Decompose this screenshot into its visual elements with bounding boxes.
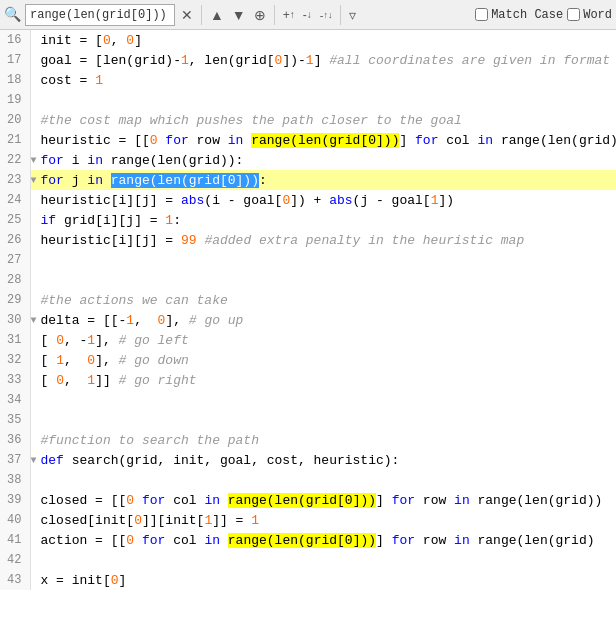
line-content: #the actions we can take: [37, 290, 616, 310]
table-row: 22▼for i in range(len(grid)):: [0, 150, 616, 170]
line-content: x = init[0]: [37, 570, 616, 590]
line-content: def search(grid, init, goal, cost, heuri…: [37, 450, 616, 470]
line-number: 35: [0, 410, 30, 430]
line-content: [37, 90, 616, 110]
table-row: 31[ 0, -1], # go left: [0, 330, 616, 350]
line-content: cost = 1: [37, 70, 616, 90]
line-content: heuristic = [[0 for row in range(len(gri…: [37, 130, 616, 150]
line-content: [37, 550, 616, 570]
line-content: action = [[0 for col in range(len(grid[0…: [37, 530, 616, 550]
line-content: for i in range(len(grid)):: [37, 150, 616, 170]
table-row: 32[ 1, 0], # go down: [0, 350, 616, 370]
table-row: 21heuristic = [[0 for row in range(len(g…: [0, 130, 616, 150]
line-number: 19: [0, 90, 30, 110]
table-row: 23▼for j in range(len(grid[0])):: [0, 170, 616, 190]
line-number: 28: [0, 270, 30, 290]
code-table: 16init = [0, 0]17goal = [len(grid)-1, le…: [0, 30, 616, 590]
table-row: 18cost = 1: [0, 70, 616, 90]
match-case-checkbox[interactable]: [475, 8, 488, 21]
line-content: [ 0, -1], # go left: [37, 330, 616, 350]
line-number: 33: [0, 370, 30, 390]
table-row: 40closed[init[0]][init[1]] = 1: [0, 510, 616, 530]
match-case-group[interactable]: Match Case: [475, 8, 563, 22]
line-number: 30: [0, 310, 30, 330]
line-number: 20: [0, 110, 30, 130]
table-row: 36#function to search the path: [0, 430, 616, 450]
line-content: #function to search the path: [37, 430, 616, 450]
word-group[interactable]: Word: [567, 8, 612, 22]
line-number: 24: [0, 190, 30, 210]
clear-search-button[interactable]: ✕: [179, 4, 195, 26]
line-content: [ 1, 0], # go down: [37, 350, 616, 370]
sub-button[interactable]: -↓: [301, 4, 314, 26]
add-button[interactable]: +↑: [281, 4, 297, 26]
line-number: 41: [0, 530, 30, 550]
line-number: 40: [0, 510, 30, 530]
table-row: 35: [0, 410, 616, 430]
line-content: [37, 270, 616, 290]
table-row: 27: [0, 250, 616, 270]
line-content: [37, 470, 616, 490]
search-icon: 🔍: [4, 6, 21, 23]
table-row: 30▼delta = [[-1, 0], # go up: [0, 310, 616, 330]
table-row: 29#the actions we can take: [0, 290, 616, 310]
line-number: 25: [0, 210, 30, 230]
line-content: init = [0, 0]: [37, 30, 616, 50]
line-content: closed = [[0 for col in range(len(grid[0…: [37, 490, 616, 510]
line-content: closed[init[0]][init[1]] = 1: [37, 510, 616, 530]
table-row: 37▼def search(grid, init, goal, cost, he…: [0, 450, 616, 470]
table-row: 43x = init[0]: [0, 570, 616, 590]
line-content: heuristic[i][j] = 99 #added extra penalt…: [37, 230, 616, 250]
line-content: goal = [len(grid)-1, len(grid[0])-1] #al…: [37, 50, 616, 70]
search-input[interactable]: [25, 4, 175, 26]
table-row: 42: [0, 550, 616, 570]
line-number: 31: [0, 330, 30, 350]
line-number: 42: [0, 550, 30, 570]
line-number: 38: [0, 470, 30, 490]
sub2-button[interactable]: -↑↓: [318, 4, 335, 26]
line-number: 34: [0, 390, 30, 410]
table-row: 17goal = [len(grid)-1, len(grid[0])-1] #…: [0, 50, 616, 70]
code-area: 16init = [0, 0]17goal = [len(grid)-1, le…: [0, 30, 616, 643]
line-content: if grid[i][j] = 1:: [37, 210, 616, 230]
line-content: for j in range(len(grid[0])):: [37, 170, 616, 190]
table-row: 38: [0, 470, 616, 490]
table-row: 16init = [0, 0]: [0, 30, 616, 50]
table-row: 33[ 0, 1]] # go right: [0, 370, 616, 390]
line-number: 36: [0, 430, 30, 450]
table-row: 20#the cost map which pushes the path cl…: [0, 110, 616, 130]
line-number: 32: [0, 350, 30, 370]
line-number: 43: [0, 570, 30, 590]
line-content: heuristic[i][j] = abs(i - goal[0]) + abs…: [37, 190, 616, 210]
line-number: 16: [0, 30, 30, 50]
line-content: [ 0, 1]] # go right: [37, 370, 616, 390]
separator-2: [274, 5, 275, 25]
table-row: 34: [0, 390, 616, 410]
filter-button[interactable]: ▿: [347, 4, 358, 26]
line-number: 17: [0, 50, 30, 70]
table-row: 19: [0, 90, 616, 110]
line-number: 37: [0, 450, 30, 470]
toolbar: 🔍 ✕ ▲ ▼ ⊕ +↑ -↓ -↑↓ ▿ Match Case Word: [0, 0, 616, 30]
line-number: 18: [0, 70, 30, 90]
find-all-button[interactable]: ⊕: [252, 4, 268, 26]
separator-3: [340, 5, 341, 25]
match-case-label: Match Case: [491, 8, 563, 22]
table-row: 24heuristic[i][j] = abs(i - goal[0]) + a…: [0, 190, 616, 210]
line-content: delta = [[-1, 0], # go up: [37, 310, 616, 330]
word-label: Word: [583, 8, 612, 22]
table-row: 25if grid[i][j] = 1:: [0, 210, 616, 230]
line-content: [37, 410, 616, 430]
line-content: [37, 390, 616, 410]
line-number: 21: [0, 130, 30, 150]
line-content: #the cost map which pushes the path clos…: [37, 110, 616, 130]
line-number: 23: [0, 170, 30, 190]
word-checkbox[interactable]: [567, 8, 580, 21]
table-row: 28: [0, 270, 616, 290]
separator-1: [201, 5, 202, 25]
line-number: 27: [0, 250, 30, 270]
next-button[interactable]: ▼: [230, 4, 248, 26]
table-row: 41action = [[0 for col in range(len(grid…: [0, 530, 616, 550]
line-number: 26: [0, 230, 30, 250]
prev-button[interactable]: ▲: [208, 4, 226, 26]
